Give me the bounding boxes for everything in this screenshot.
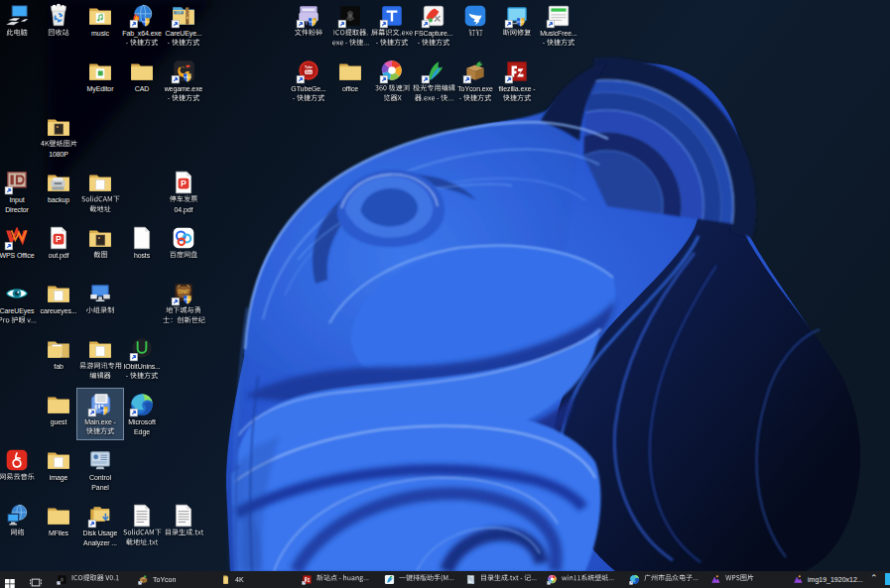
- svg-text:P: P: [56, 234, 62, 244]
- svg-text:P: P: [181, 178, 187, 188]
- svg-text:DNF: DNF: [178, 289, 190, 294]
- svg-text:Tube: Tube: [305, 65, 313, 69]
- svg-text:7ZIP: 7ZIP: [176, 11, 182, 15]
- svg-text:Get: Get: [306, 70, 313, 74]
